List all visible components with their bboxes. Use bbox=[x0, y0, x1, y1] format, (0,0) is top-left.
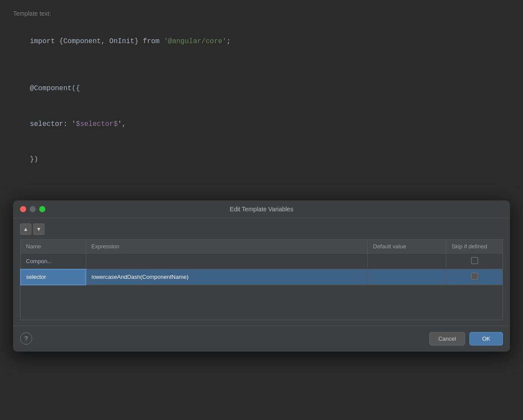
name-cell[interactable]: Compon... bbox=[20, 254, 86, 269]
skip-checkbox-unchecked[interactable] bbox=[471, 257, 478, 264]
expression-cell[interactable] bbox=[86, 254, 368, 269]
variables-table: Name Expression Default value Skip if de… bbox=[20, 239, 503, 285]
footer-actions: Cancel OK bbox=[429, 332, 503, 345]
code-line-5: }) bbox=[13, 142, 510, 178]
expression-cell-selected[interactable]: lowercaseAndDash(ComponentName) bbox=[86, 269, 368, 285]
minimize-button[interactable] bbox=[30, 206, 36, 212]
dialog-title-bar: Edit Template Variables bbox=[13, 200, 510, 218]
header-default-value: Default value bbox=[368, 240, 446, 254]
template-label: Template text: bbox=[13, 9, 510, 18]
move-up-button[interactable]: ▲ bbox=[20, 224, 31, 235]
code-line-4: selector: '$selector$', bbox=[13, 107, 510, 142]
dialog-body: ▲ ▼ Name Expression Default value Ski bbox=[13, 218, 510, 325]
table-row[interactable]: selector lowercaseAndDash(ComponentName) bbox=[20, 269, 503, 285]
skip-if-defined-cell[interactable] bbox=[446, 254, 503, 269]
maximize-button[interactable] bbox=[39, 206, 45, 212]
code-line-3: @Component({ bbox=[13, 71, 510, 107]
edit-template-variables-dialog: Edit Template Variables ▲ ▼ Name Express… bbox=[13, 200, 510, 352]
default-value-cell[interactable] bbox=[368, 254, 446, 269]
name-cell-selected[interactable]: selector bbox=[20, 269, 86, 285]
skip-if-defined-cell-selected[interactable] bbox=[446, 269, 503, 285]
header-name: Name bbox=[20, 240, 86, 254]
reorder-toolbar: ▲ ▼ bbox=[20, 224, 503, 235]
dialog-title: Edit Template Variables bbox=[230, 206, 293, 213]
table-empty-area bbox=[20, 285, 503, 320]
code-line-1: import {Component, OnInit} from '@angula… bbox=[13, 24, 510, 59]
header-expression: Expression bbox=[86, 240, 368, 254]
default-value-cell-selected[interactable] bbox=[368, 269, 446, 285]
ok-button[interactable]: OK bbox=[469, 332, 503, 345]
move-down-button[interactable]: ▼ bbox=[33, 224, 44, 235]
dialog-footer: ? Cancel OK bbox=[13, 325, 510, 352]
help-button[interactable]: ? bbox=[20, 332, 32, 345]
header-skip-if-defined: Skip if defined bbox=[446, 240, 503, 254]
close-button[interactable] bbox=[20, 206, 26, 212]
code-line-blank2 bbox=[13, 178, 510, 190]
table-row[interactable]: Compon... bbox=[20, 254, 503, 269]
skip-checkbox-checked[interactable] bbox=[471, 273, 478, 280]
code-line-blank1 bbox=[13, 59, 510, 71]
cancel-button[interactable]: Cancel bbox=[429, 332, 465, 345]
table-header-row: Name Expression Default value Skip if de… bbox=[20, 240, 503, 254]
window-controls bbox=[20, 206, 45, 212]
